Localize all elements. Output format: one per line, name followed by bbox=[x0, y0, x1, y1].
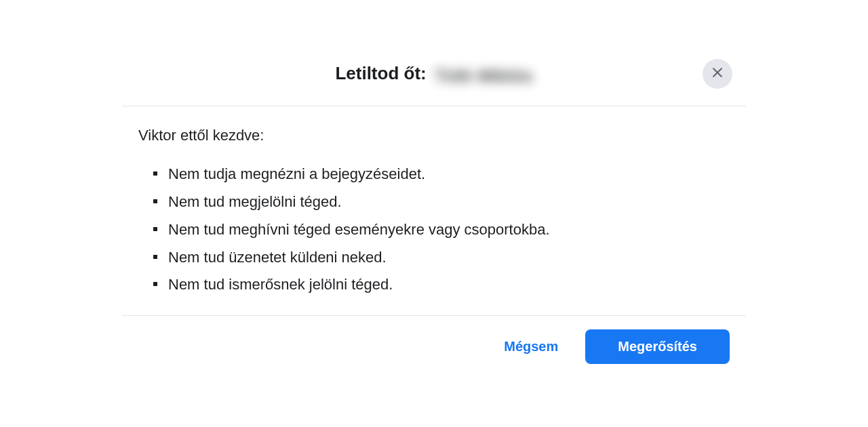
list-item: Nem tud ismerősnek jelölni téged. bbox=[157, 271, 730, 299]
dialog-title-prefix: Letiltod őt: bbox=[335, 63, 426, 84]
dialog-footer: Mégsem Megerősítés bbox=[122, 316, 746, 378]
list-item: Nem tud megjelölni téged. bbox=[157, 188, 730, 216]
cancel-button[interactable]: Mégsem bbox=[490, 332, 572, 361]
dialog-title-name: Tóth Miklós bbox=[435, 66, 532, 87]
dialog-body: Viktor ettől kezdve: Nem tudja megnézni … bbox=[122, 106, 746, 316]
confirm-button[interactable]: Megerősítés bbox=[585, 329, 730, 364]
restrictions-list: Nem tudja megnézni a bejegyzéseidet. Nem… bbox=[138, 161, 730, 299]
list-item: Nem tudja megnézni a bejegyzéseidet. bbox=[157, 161, 730, 188]
close-icon bbox=[711, 66, 724, 81]
list-item: Nem tud meghívni téged eseményekre vagy … bbox=[157, 216, 730, 244]
list-item: Nem tud üzenetet küldeni neked. bbox=[157, 244, 730, 272]
block-user-dialog: Letiltod őt: Tóth Miklós Viktor ettől ke… bbox=[122, 49, 746, 378]
intro-text: Viktor ettől kezdve: bbox=[138, 127, 730, 144]
close-button[interactable] bbox=[703, 59, 732, 89]
dialog-header: Letiltod őt: Tóth Miklós bbox=[122, 49, 746, 106]
